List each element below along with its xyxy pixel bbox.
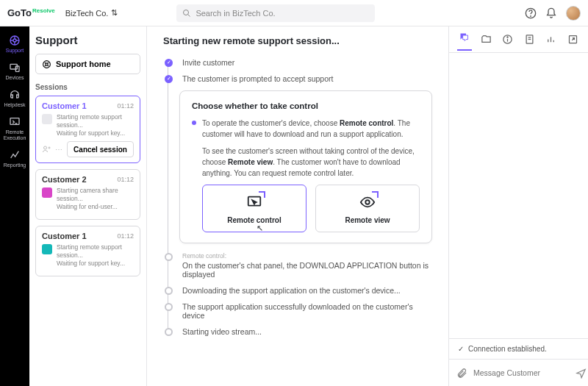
rail-remote-exec[interactable]: Remote Execution (0, 112, 29, 144)
session-type-icon (42, 244, 52, 254)
remote-view-icon (358, 193, 377, 212)
card-text: To operate the customer's device, choose… (202, 118, 420, 140)
right-tabs (449, 26, 588, 53)
more-icon[interactable]: ⋯ (55, 146, 62, 154)
tab-chat[interactable] (457, 29, 472, 51)
tab-notes[interactable] (522, 31, 537, 49)
step-done-icon (165, 59, 173, 67)
svg-rect-12 (10, 118, 19, 125)
remote-view-option[interactable]: Remote view (315, 185, 420, 232)
updown-icon: ⇅ (111, 8, 118, 18)
remote-control-icon (245, 193, 264, 212)
svg-point-24 (507, 37, 508, 37)
remote-control-option[interactable]: Remote control ↖ (202, 185, 306, 232)
search-icon (182, 9, 191, 18)
timeline-step: The customer is prompted to accept suppo… (182, 74, 432, 83)
attach-icon[interactable] (456, 368, 467, 379)
nav-rail: Support Devices Helpdesk Remote Executio… (0, 26, 29, 386)
home-icon (42, 60, 51, 69)
cancel-session-button[interactable]: Cancel session (67, 141, 134, 157)
rail-devices[interactable]: Devices (0, 58, 29, 84)
session-status: Starting remote support session...Waitin… (57, 113, 134, 137)
main-content: Starting new remote support session... I… (147, 26, 448, 386)
timeline-step: Remote control:On the customer's chat pa… (182, 252, 432, 279)
timeline: Invite customer The customer is prompted… (163, 58, 432, 336)
timeline-step: The support application successfully dow… (182, 302, 432, 320)
step-pending-icon (165, 253, 173, 261)
svg-point-13 (43, 60, 51, 68)
svg-point-5 (13, 39, 16, 42)
session-time: 01:12 (117, 102, 134, 110)
message-input-row (449, 360, 588, 386)
session-status: Starting remote support session...Waitin… (57, 243, 134, 268)
search-placeholder: Search in BizTech Co. (196, 9, 275, 18)
top-actions (525, 6, 581, 21)
message-input[interactable] (473, 368, 570, 377)
reporting-icon (9, 149, 21, 161)
tab-popout[interactable] (565, 31, 580, 49)
session-time: 01:12 (117, 176, 134, 183)
help-icon[interactable] (525, 7, 537, 19)
step-pending-icon (165, 287, 173, 295)
svg-line-15 (45, 62, 46, 63)
svg-point-19 (44, 146, 47, 149)
logo: GoToResolve (7, 7, 55, 18)
avatar[interactable] (566, 6, 581, 21)
svg-point-21 (365, 200, 370, 204)
devices-icon (9, 62, 21, 74)
support-icon (9, 35, 21, 46)
session-status: Starting camera share session...Waiting … (57, 187, 134, 211)
session-type-icon (42, 114, 52, 124)
step-pending-icon (165, 303, 173, 311)
support-home-button[interactable]: Support home (35, 54, 140, 74)
session-type-icon (42, 187, 52, 198)
org-switcher[interactable]: BizTech Co.⇅ (65, 8, 118, 18)
svg-line-16 (48, 62, 49, 63)
session-card[interactable]: Customer 101:12 Starting remote support … (35, 96, 140, 163)
side-title: Support (35, 34, 140, 46)
step-pending-icon (165, 328, 173, 336)
remote-exec-icon (9, 116, 21, 128)
helpdesk-icon (9, 89, 21, 101)
search-input[interactable]: Search in BizTech Co. (176, 4, 375, 22)
tab-analytics[interactable] (544, 31, 559, 49)
session-name: Customer 2 (42, 175, 87, 184)
rail-reporting[interactable]: Reporting (0, 146, 29, 171)
page-title: Starting new remote support session... (163, 35, 432, 46)
timeline-step: Downloading the support application on t… (182, 286, 432, 295)
svg-point-0 (184, 10, 189, 15)
send-icon[interactable] (576, 368, 587, 379)
timeline-step: Invite customer (182, 58, 432, 67)
top-bar: GoToResolve BizTech Co.⇅ Search in BizTe… (0, 0, 588, 26)
session-time: 01:12 (117, 232, 134, 240)
svg-line-17 (45, 65, 46, 66)
right-panel: ✓Connection established. (448, 26, 588, 386)
cursor-icon: ↖ (257, 224, 263, 233)
bell-icon[interactable] (545, 7, 557, 19)
svg-point-3 (531, 15, 531, 16)
step-current-icon (192, 121, 196, 125)
svg-line-1 (188, 14, 190, 16)
tab-info[interactable] (501, 31, 515, 49)
chat-body (449, 53, 588, 338)
session-card[interactable]: Customer 101:12 Starting remote support … (35, 226, 140, 276)
control-choice-card: Choose whether to take control To operat… (179, 90, 432, 243)
add-user-icon[interactable] (42, 145, 51, 154)
side-panel: Support Support home Sessions Customer 1… (29, 26, 147, 386)
sessions-label: Sessions (35, 83, 140, 91)
session-name: Customer 1 (42, 232, 87, 240)
step-done-icon (165, 75, 173, 83)
check-icon: ✓ (458, 345, 464, 353)
session-card[interactable]: Customer 201:12 Starting camera share se… (35, 169, 140, 220)
timeline-step: Starting video stream... (182, 327, 432, 336)
rail-support[interactable]: Support (0, 31, 29, 57)
card-title: Choose whether to take control (192, 101, 420, 110)
card-text: To see the customer's screen without tak… (202, 146, 420, 179)
session-name: Customer 1 (42, 101, 87, 110)
connection-status: ✓Connection established. (449, 338, 588, 360)
tab-files[interactable] (478, 31, 493, 49)
rail-helpdesk[interactable]: Helpdesk (0, 85, 29, 111)
svg-line-18 (48, 65, 49, 66)
